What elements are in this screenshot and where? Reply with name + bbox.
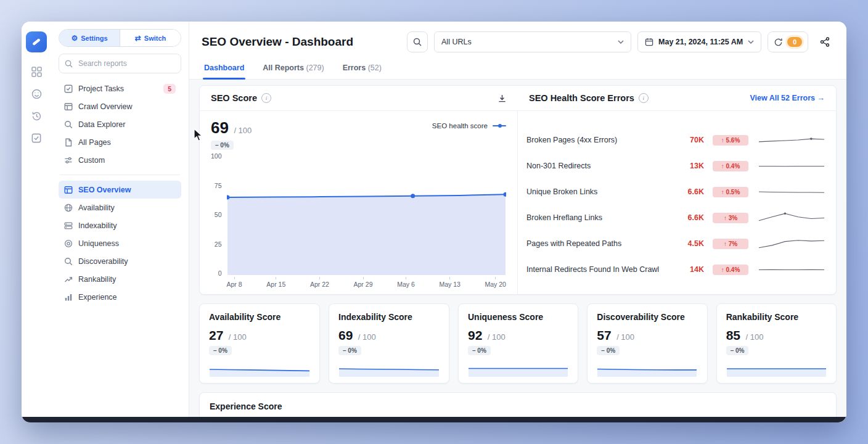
tab-errors[interactable]: Errors (52)	[342, 59, 383, 79]
target-icon	[64, 239, 73, 248]
chevron-down-icon	[618, 40, 624, 44]
delta-badge: ↑ 0.4%	[713, 161, 748, 171]
y-axis-labels: 100 75 50 25 0	[211, 152, 227, 290]
error-row[interactable]: Internal Redirects Found In Web Crawl 14…	[526, 257, 825, 282]
sidebar-item-data-explorer[interactable]: Data Explorer	[59, 115, 181, 133]
document-icon	[64, 138, 73, 147]
delta-badge: – 0%	[468, 346, 491, 355]
sparkline	[597, 361, 697, 377]
swap-arrows-icon: ⇄	[135, 35, 141, 42]
search-reports-input[interactable]	[77, 59, 175, 68]
seo-health-errors-panel: Broken Pages (4xx Errors) 70K ↑ 5.6% Non…	[518, 111, 836, 294]
error-row[interactable]: Broken Pages (4xx Errors) 70K ↑ 5.6%	[526, 127, 825, 153]
sparkline	[468, 361, 568, 377]
sparkline	[758, 184, 825, 200]
sidebar-item-seo-overview[interactable]: SEO Overview	[59, 181, 181, 199]
seo-score-value-block: 69 / 100 – 0%	[211, 118, 252, 150]
uniqueness-score-card[interactable]: Uniqueness Score 92 / 100 – 0%	[458, 303, 578, 384]
table-icon	[64, 186, 73, 194]
indexability-score-card[interactable]: Indexability Score 69 / 100 – 0%	[329, 303, 449, 384]
download-icon[interactable]	[497, 94, 507, 103]
app-window: ⚙ Settings ⇄ Switch Project Tasks 5 Craw	[22, 22, 846, 422]
switch-button[interactable]: ⇄ Switch	[120, 30, 181, 46]
sidebar-item-all-pages[interactable]: All Pages	[59, 133, 181, 151]
error-row[interactable]: Non-301 Redirects 13K ↑ 0.4%	[526, 153, 825, 179]
page-title: SEO Overview - Dashboard	[202, 35, 353, 49]
settings-switch-toggle: ⚙ Settings ⇄ Switch	[59, 29, 181, 47]
seo-score-delta-badge: – 0%	[211, 141, 234, 150]
sidebar: ⚙ Settings ⇄ Switch Project Tasks 5 Craw	[51, 22, 189, 422]
sidebar-item-custom[interactable]: Custom	[59, 151, 181, 169]
delta-badge: ↑ 0.4%	[713, 265, 748, 275]
trend-up-icon	[64, 275, 73, 284]
info-icon[interactable]: i	[639, 93, 649, 103]
tab-all-reports[interactable]: All Reports (279)	[261, 59, 325, 79]
tab-dashboard[interactable]: Dashboard	[203, 59, 245, 79]
x-axis-labels: Apr 8 Apr 15 Apr 22 Apr 29 May 6 May 13 …	[227, 275, 506, 290]
bar-chart-icon	[64, 293, 73, 302]
url-filter-select[interactable]: All URLs	[434, 31, 631, 52]
delta-badge: – 0%	[726, 346, 749, 355]
seo-score-value: 69	[211, 118, 229, 137]
count-badge: 5	[163, 84, 176, 94]
tasks-check-icon[interactable]	[31, 133, 41, 143]
sparkline	[726, 361, 827, 377]
icon-rail	[22, 22, 51, 422]
sparkline	[758, 236, 825, 252]
share-button[interactable]	[814, 31, 835, 52]
error-row[interactable]: Broken Hreflang Links 6.6K ↑ 3%	[526, 205, 825, 231]
discoverability-score-card[interactable]: Discoverability Score 57 / 100 – 0%	[587, 303, 707, 384]
sidebar-item-experience[interactable]: Experience	[59, 288, 181, 306]
main-area: SEO Overview - Dashboard All URLs May 21…	[189, 22, 846, 422]
sidebar-item-crawl-overview[interactable]: Crawl Overview	[59, 97, 181, 115]
seo-score-card-header: SEO Score i SEO Health Score Errors i Vi…	[200, 86, 836, 111]
error-row[interactable]: Pages with Repeated Paths 4.5K ↑ 7%	[526, 231, 825, 257]
delta-badge: – 0%	[338, 346, 361, 355]
sidebar-item-project-tasks[interactable]: Project Tasks 5	[59, 80, 181, 97]
sparkline	[758, 132, 825, 148]
rankability-score-card[interactable]: Rankability Score 85 / 100 – 0%	[716, 303, 837, 384]
error-row[interactable]: Unique Broken Links 6.6K ↑ 0.5%	[526, 179, 825, 205]
delta-badge: ↑ 7%	[713, 239, 748, 249]
sidebar-item-discoverability[interactable]: Discoverability	[59, 252, 181, 270]
sparkline	[758, 210, 825, 226]
table-icon	[64, 102, 73, 111]
view-all-errors-link[interactable]: View All 52 Errors →	[750, 94, 825, 102]
date-picker-button[interactable]: May 21, 2024, 11:25 AM	[637, 31, 761, 52]
chart-legend: SEO health score	[432, 122, 506, 130]
delta-badge: ↑ 0.5%	[713, 187, 748, 197]
sidebar-item-rankability[interactable]: Rankability	[59, 270, 181, 288]
sliders-icon	[64, 156, 73, 165]
sidebar-item-uniqueness[interactable]: Uniqueness	[59, 234, 181, 252]
score-cards-row: Availability Score 27 / 100 – 0% Indexab…	[199, 303, 837, 384]
globe-icon	[64, 204, 73, 212]
seo-score-chart: 100 75 50 25 0 Apr 8 Apr 15	[211, 152, 506, 290]
smiley-icon[interactable]	[31, 89, 42, 99]
tab-bar: Dashboard All Reports (279) Errors (52)	[189, 59, 846, 80]
main-header: SEO Overview - Dashboard All URLs May 21…	[189, 22, 846, 59]
sidebar-item-indexability[interactable]: Indexability	[59, 216, 181, 234]
errors-panel-title: SEO Health Score Errors i	[529, 93, 649, 103]
refresh-button[interactable]: 0	[768, 31, 808, 52]
search-button[interactable]	[407, 31, 428, 52]
info-icon[interactable]: i	[261, 93, 271, 103]
search-icon	[65, 60, 73, 68]
dashboard-grid-icon[interactable]	[31, 67, 42, 77]
availability-score-card[interactable]: Availability Score 27 / 100 – 0%	[199, 303, 320, 384]
header-controls: All URLs May 21, 2024, 11:25 AM 0	[407, 31, 835, 52]
server-icon	[64, 221, 73, 230]
line-chart-plot	[227, 152, 506, 275]
magnifier-icon	[64, 257, 73, 266]
share-icon	[820, 37, 830, 47]
sidebar-item-availability[interactable]: Availability	[59, 199, 181, 216]
sparkline	[758, 158, 825, 174]
refresh-icon	[774, 38, 783, 47]
history-icon[interactable]	[31, 111, 42, 121]
chevron-down-icon	[748, 40, 754, 44]
sparkline	[758, 261, 825, 278]
settings-button[interactable]: ⚙ Settings	[59, 30, 120, 46]
app-logo-icon[interactable]	[26, 31, 47, 52]
sidebar-top-menu: Project Tasks 5 Crawl Overview Data Expl…	[59, 80, 181, 169]
window-bottom-edge	[22, 417, 846, 422]
experience-score-title: Experience Score	[210, 401, 826, 411]
